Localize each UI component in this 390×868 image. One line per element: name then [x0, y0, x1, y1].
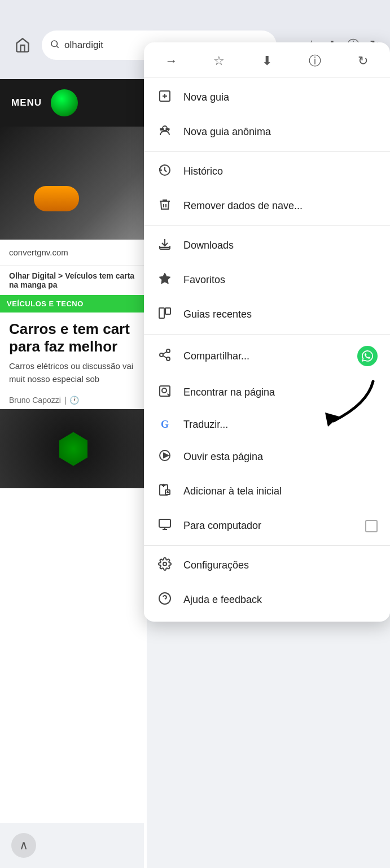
ajuda-icon	[156, 592, 173, 608]
nova-guia-label: Nova guia	[183, 92, 378, 103]
scroll-up-button[interactable]: ∧	[11, 833, 36, 858]
menu-label: MENU	[11, 97, 42, 108]
menu-item-favoritos[interactable]: Favoritos	[144, 263, 390, 297]
menu-item-remover-dados[interactable]: Remover dados de nave...	[144, 189, 390, 223]
svg-point-17	[160, 353, 163, 357]
whatsapp-badge	[357, 346, 378, 366]
menu-item-adicionar-tela[interactable]: Adicionar à tela inicial	[144, 474, 390, 509]
article-photo	[0, 409, 147, 488]
svg-rect-14	[159, 308, 164, 318]
traduzir-icon: G	[156, 419, 173, 431]
brazil-shield-icon	[59, 432, 87, 466]
para-computador-label: Para computador	[183, 520, 355, 532]
menu-item-compartilhar[interactable]: Compartilhar...	[144, 337, 390, 375]
menu-item-historico[interactable]: Histórico	[144, 154, 390, 189]
menu-item-nova-guia-anonima[interactable]: Nova guia anônima	[144, 115, 390, 149]
article-meta: Olhar Digital > Veículos tem carta na ma…	[0, 266, 147, 295]
divider-3	[144, 334, 390, 335]
svg-point-16	[166, 349, 170, 353]
downloads-icon	[156, 237, 173, 254]
traduzir-label: Traduzir...	[183, 419, 378, 431]
category-badge: VEÍCULOS E TECNO	[0, 295, 147, 313]
historico-label: Histórico	[183, 166, 378, 177]
article-excerpt: Carros elétricos ou discussão vai muit n…	[0, 360, 147, 391]
guias-recentes-label: Guias recentes	[183, 309, 378, 320]
menu-item-traduzir[interactable]: G Traduzir...	[144, 410, 390, 440]
encontrar-pagina-label: Encontrar na página	[183, 387, 378, 398]
favoritos-icon	[156, 272, 173, 288]
gas-tank	[34, 186, 79, 211]
article-title: Carros e tem cart para faz melhor	[0, 313, 147, 360]
menu-item-guias-recentes[interactable]: Guias recentes	[144, 297, 390, 332]
bottom-nav: ∧	[0, 823, 144, 868]
svg-rect-9	[160, 129, 164, 129]
site-url: convertgnv.com	[0, 240, 147, 266]
divider-1	[144, 151, 390, 152]
menu-item-nova-guia[interactable]: Nova guia	[144, 80, 390, 115]
divider-4	[144, 545, 390, 546]
favoritos-label: Favoritos	[183, 274, 378, 286]
compartilhar-icon	[156, 348, 173, 364]
anonima-icon	[156, 124, 173, 140]
guias-recentes-icon	[156, 306, 173, 323]
dropdown-reload-icon[interactable]: ↻	[344, 54, 381, 68]
svg-point-36	[163, 562, 166, 566]
configuracoes-icon	[156, 557, 173, 574]
car-photo	[0, 127, 147, 240]
svg-point-22	[162, 388, 166, 393]
svg-line-1	[56, 46, 58, 47]
author-separator: |	[64, 396, 67, 405]
site-menu-bar: MENU	[0, 79, 147, 127]
site-logo	[51, 89, 78, 116]
page-content: MENU convertgnv.com Olhar Digital > Veíc…	[0, 79, 147, 868]
svg-rect-10	[166, 129, 169, 129]
svg-line-19	[163, 355, 167, 358]
author-name: Bruno Capozzi	[9, 396, 61, 405]
menu-item-encontrar-pagina[interactable]: Encontrar na página	[144, 375, 390, 410]
browser-dropdown-menu: → ☆ ⬇ ⓘ ↻ Nova guia Nova gu	[144, 42, 390, 622]
svg-marker-13	[159, 273, 170, 284]
svg-rect-15	[165, 308, 170, 314]
anonima-label: Nova guia anônima	[183, 126, 378, 138]
address-bar-security-icon	[50, 39, 60, 51]
adicionar-tela-label: Adicionar à tela inicial	[183, 485, 378, 497]
dropdown-download-icon[interactable]: ⬇	[249, 54, 286, 68]
ajuda-feedback-label: Ajuda e feedback	[183, 594, 378, 606]
compartilhar-label: Compartilhar...	[183, 350, 347, 362]
home-button[interactable]	[10, 33, 35, 58]
nova-guia-icon	[156, 89, 173, 106]
remover-dados-icon	[156, 198, 173, 214]
svg-point-18	[166, 357, 170, 361]
historico-icon	[156, 163, 173, 180]
para-computador-checkbox[interactable]	[365, 520, 378, 532]
remover-dados-label: Remover dados de nave...	[183, 200, 378, 212]
svg-line-20	[163, 351, 167, 354]
article-image-area	[0, 409, 147, 488]
menu-item-para-computador[interactable]: Para computador	[144, 509, 390, 543]
ouvir-pagina-label: Ouvir esta página	[183, 451, 378, 463]
menu-item-downloads[interactable]: Downloads	[144, 228, 390, 263]
divider-2	[144, 225, 390, 226]
svg-marker-26	[164, 453, 168, 458]
dropdown-topbar: → ☆ ⬇ ⓘ ↻	[144, 47, 390, 78]
svg-rect-33	[159, 519, 170, 527]
menu-item-ajuda-feedback[interactable]: Ajuda e feedback	[144, 583, 390, 617]
menu-item-configuracoes[interactable]: Configurações	[144, 548, 390, 583]
svg-point-0	[51, 41, 58, 47]
adicionar-tela-icon	[156, 483, 173, 500]
configuracoes-label: Configurações	[183, 559, 378, 571]
menu-item-ouvir-pagina[interactable]: Ouvir esta página	[144, 440, 390, 474]
dropdown-forward-icon[interactable]: →	[153, 54, 190, 68]
clock-icon: 🕐	[69, 396, 79, 405]
dropdown-info-icon[interactable]: ⓘ	[296, 53, 333, 70]
author-line: Bruno Capozzi | 🕐	[0, 391, 147, 409]
ouvir-icon	[156, 449, 173, 465]
dropdown-star-icon[interactable]: ☆	[201, 54, 238, 68]
downloads-label: Downloads	[183, 240, 378, 251]
car-image	[0, 127, 147, 240]
encontrar-icon	[156, 384, 173, 401]
para-computador-icon	[156, 518, 173, 534]
